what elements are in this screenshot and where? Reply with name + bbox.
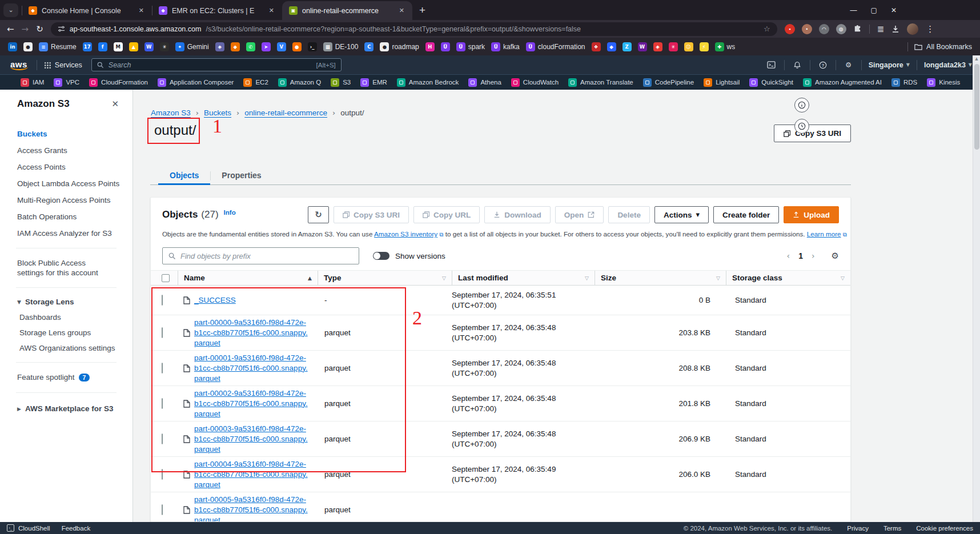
bookmark-item[interactable]: ✳ xyxy=(160,42,169,51)
tab-close-icon[interactable]: ✕ xyxy=(267,6,276,15)
cloudshell-icon[interactable] xyxy=(766,61,777,69)
bookmark-item[interactable]: f xyxy=(98,42,107,51)
current-page[interactable]: 1 xyxy=(798,251,803,260)
bookmark-item[interactable]: ✦ Gemini xyxy=(175,42,209,51)
s3-inventory-link[interactable]: Amazon S3 inventory xyxy=(374,230,437,238)
object-name-link[interactable]: part-00002-9a5316f0-f98d-472e-b1cc-cb8b7… xyxy=(194,388,310,419)
privacy-link[interactable]: Privacy xyxy=(847,525,869,532)
find-objects-input[interactable]: Find objects by prefix xyxy=(162,247,359,264)
column-header-type[interactable]: Type▽ xyxy=(318,271,452,285)
breadcrumb-item[interactable]: Amazon S3 xyxy=(151,109,191,117)
bookmark-item[interactable]: Ü cloudFormation xyxy=(526,42,585,51)
page-scrollbar[interactable]: ▲ xyxy=(973,55,980,522)
sidebar-sublink[interactable]: Dashboards xyxy=(0,310,132,325)
info-panel-button[interactable] xyxy=(794,98,809,113)
sidebar-link[interactable]: Multi-Region Access Points xyxy=(0,192,132,208)
bookmark-item[interactable]: in xyxy=(8,42,17,51)
next-page-icon[interactable]: › xyxy=(812,251,815,260)
breadcrumb-item[interactable]: online-retail-ecommerce xyxy=(244,109,327,117)
bookmark-item[interactable]: ✚ ws xyxy=(715,42,736,51)
bookmark-item[interactable]: 17 xyxy=(83,42,92,51)
row-checkbox[interactable] xyxy=(162,433,163,444)
sidebar-section-marketplace[interactable]: ▶ AWS Marketplace for S3 xyxy=(0,401,132,416)
object-name-link[interactable]: _SUCCESS xyxy=(194,295,310,306)
notifications-bell-icon[interactable] xyxy=(792,61,803,69)
feedback-link[interactable]: Feedback xyxy=(62,525,91,532)
bookmark-item[interactable]: ◈ xyxy=(653,42,662,51)
tab-close-icon[interactable]: ✕ xyxy=(397,6,407,15)
favorite-service-link[interactable]: RDS xyxy=(891,78,917,87)
object-name-link[interactable]: part-00005-9a5316f0-f98d-472e-b1cc-cb8b7… xyxy=(194,495,310,523)
delete-button[interactable]: Delete xyxy=(608,206,650,223)
favorite-service-link[interactable]: Amazon Q xyxy=(278,78,321,87)
breadcrumb-item[interactable]: Buckets xyxy=(204,109,231,117)
column-header-name[interactable]: Name▲ xyxy=(178,271,318,285)
upload-button[interactable]: Upload xyxy=(784,206,839,223)
bookmark-item[interactable]: ≡ Resume xyxy=(39,42,77,51)
bookmark-item[interactable]: ➤ xyxy=(262,42,271,51)
column-header-last-modified[interactable]: Last modified▽ xyxy=(452,271,595,285)
favorite-service-link[interactable]: CloudFormation xyxy=(89,78,148,87)
browser-tab[interactable]: ▣ online-retail-ecommerce ✕ xyxy=(282,1,412,20)
cookie-icon[interactable]: • xyxy=(802,24,812,34)
favorite-service-link[interactable]: Application Composer xyxy=(158,78,234,87)
bookmark-item[interactable]: ☺ xyxy=(684,42,693,51)
bookmark-star-icon[interactable]: ☆ xyxy=(764,25,770,33)
favorite-service-link[interactable]: VPC xyxy=(54,78,79,87)
help-icon[interactable]: ? xyxy=(817,61,829,69)
sidebar-close-icon[interactable]: ✕ xyxy=(111,99,119,109)
address-bar[interactable]: ap-southeast-1.console.aws.amazon.com /s… xyxy=(51,22,777,36)
bookmark-item[interactable]: M xyxy=(114,42,123,51)
object-name-link[interactable]: part-00004-9a5316f0-f98d-472e-b1cc-cb8b7… xyxy=(194,459,310,490)
show-versions-toggle[interactable] xyxy=(373,252,389,260)
row-checkbox[interactable] xyxy=(162,504,163,515)
profile-avatar[interactable] xyxy=(907,23,918,35)
row-checkbox[interactable] xyxy=(162,363,163,374)
column-header-size[interactable]: Size▽ xyxy=(595,271,726,285)
favorite-service-link[interactable]: Kinesis xyxy=(927,78,960,87)
bookmark-item[interactable]: V xyxy=(277,42,286,51)
bookmark-item[interactable]: W xyxy=(638,42,647,51)
history-panel-button[interactable] xyxy=(794,119,809,134)
row-checkbox[interactable] xyxy=(162,327,163,338)
column-header-storage-class[interactable]: Storage class▽ xyxy=(726,271,850,285)
sidebar-section-storage-lens[interactable]: ▼ Storage Lens xyxy=(0,294,132,310)
sidebar-sublink[interactable]: Storage Lens groups xyxy=(0,325,132,340)
bookmark-item[interactable]: ✳ xyxy=(669,42,678,51)
bookmark-item[interactable]: ▲ xyxy=(129,42,138,51)
reload-icon[interactable]: ↻ xyxy=(36,24,43,34)
sidebar-link-feature-spotlight[interactable]: Feature spotlight7 xyxy=(0,369,132,386)
puzzle-extensions-icon[interactable] xyxy=(853,25,862,33)
sidebar-link[interactable]: Batch Operations xyxy=(0,208,132,225)
window-maximize-button[interactable]: ▢ xyxy=(871,6,877,14)
media-controls-icon[interactable]: ≣ xyxy=(877,24,885,34)
create-folder-button[interactable]: Create folder xyxy=(713,206,779,223)
bookmark-item[interactable]: C xyxy=(364,42,373,51)
object-name-link[interactable]: part-00001-9a5316f0-f98d-472e-b1cc-cb8b7… xyxy=(194,353,310,384)
settings-gear-icon[interactable]: ⚙ xyxy=(843,61,854,69)
object-name-link[interactable]: part-00003-9a5316f0-f98d-472e-b1cc-cb8b7… xyxy=(194,424,310,455)
services-menu-button[interactable]: Services xyxy=(44,61,82,69)
favorite-service-link[interactable]: EC2 xyxy=(243,78,268,87)
adblock-icon[interactable]: ▪ xyxy=(785,24,795,34)
cookie-preferences-link[interactable]: Cookie preferences xyxy=(916,525,973,532)
view-tab[interactable]: Properties xyxy=(210,167,272,184)
region-selector[interactable]: Singapore▼ xyxy=(869,61,910,69)
copy-url-button[interactable]: Copy URL xyxy=(413,206,480,223)
new-tab-button[interactable]: + xyxy=(412,4,432,17)
tab-close-icon[interactable]: ✕ xyxy=(136,6,146,15)
aws-search-input[interactable]: Search [Alt+S] xyxy=(91,58,342,71)
row-checkbox[interactable] xyxy=(162,295,163,306)
downloads-icon[interactable] xyxy=(891,25,899,33)
tab-search-button[interactable]: ⌄ xyxy=(3,3,18,17)
select-all-checkbox[interactable] xyxy=(162,274,170,282)
favorite-service-link[interactable]: Amazon Bedrock xyxy=(397,78,459,87)
bookmark-item[interactable]: ◈ xyxy=(215,42,224,51)
actions-button[interactable]: Actions ▼ xyxy=(654,206,709,223)
cloudshell-footer-button[interactable]: ›_ CloudShell xyxy=(7,524,50,532)
account-menu[interactable]: longdata2k3▼ xyxy=(924,61,972,69)
favorite-service-link[interactable]: Lightsail xyxy=(704,78,740,87)
forward-icon[interactable]: → xyxy=(22,24,29,34)
window-minimize-button[interactable]: — xyxy=(850,6,857,14)
aws-logo[interactable]: aws xyxy=(8,59,30,71)
